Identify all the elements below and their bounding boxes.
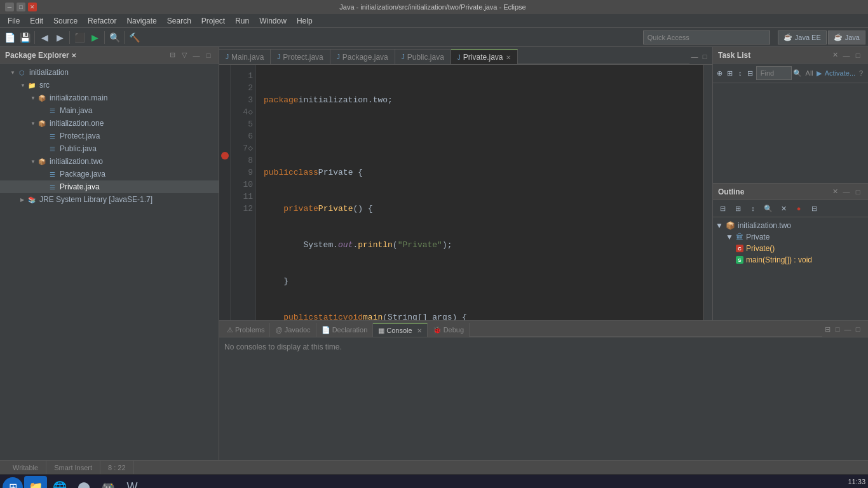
editor-max-btn[interactable]: □ — [700, 51, 710, 62]
taskbar-explorer[interactable]: 📁 — [24, 476, 47, 489]
maximize-btn[interactable]: □ — [17, 3, 25, 11]
outline-item-package[interactable]: ▼ 📦 initialization.two — [713, 220, 868, 231]
tree-item-init-two[interactable]: ▼ 📦 initialization.two — [0, 155, 219, 168]
editor-min-btn[interactable]: — — [689, 51, 700, 62]
toolbar-back-btn[interactable]: ◀ — [37, 30, 51, 44]
menu-refactor[interactable]: Refactor — [83, 15, 121, 27]
toolbar-forward-btn[interactable]: ▶ — [53, 30, 67, 44]
tab-problems[interactable]: ⚠ Problems — [222, 323, 270, 337]
title-bar: ─ □ ✕ Java - initialization/src/initiali… — [0, 0, 868, 14]
toolbar-new-btn[interactable]: 📄 — [3, 30, 17, 44]
close-btn[interactable]: ✕ — [28, 3, 37, 11]
outline-btn-4[interactable]: 🔍 — [761, 201, 775, 215]
task-activate-btn[interactable]: ▶ — [815, 66, 824, 80]
task-find-icon[interactable]: 🔍 — [793, 66, 802, 80]
tab-declaration[interactable]: 📄 Declaration — [316, 323, 374, 337]
outline-btn-1[interactable]: ⊟ — [715, 201, 729, 215]
toolbar-build-btn[interactable]: 🔨 — [127, 30, 141, 44]
outline-item-constructor[interactable]: C Private() — [713, 243, 868, 254]
menu-project[interactable]: Project — [196, 15, 230, 27]
tab-public-java[interactable]: J Public.java — [395, 49, 451, 64]
toolbar-save-btn[interactable]: 💾 — [18, 30, 32, 44]
console-min-btn[interactable]: — — [843, 324, 853, 334]
menu-window[interactable]: Window — [254, 15, 292, 27]
tab-console-label: Console — [386, 327, 412, 334]
outline-item-class[interactable]: ▼ 🏛 Private — [713, 231, 868, 243]
task-close-btn[interactable]: ✕ — [830, 50, 840, 60]
task-sort-btn[interactable]: ↕ — [736, 66, 745, 80]
editor-scrollbar[interactable] — [703, 65, 712, 320]
tree-item-protect-java[interactable]: ▶ ☰ Protect.java — [0, 130, 219, 142]
taskbar-word[interactable]: W — [121, 476, 144, 489]
menu-source[interactable]: Source — [48, 15, 83, 27]
perspective-java[interactable]: ☕ Java — [828, 30, 865, 44]
tab-close-console[interactable]: ✕ — [417, 327, 422, 334]
outline-btn-7[interactable]: ⊟ — [807, 201, 821, 215]
outline-btn-3[interactable]: ↕ — [746, 201, 760, 215]
quick-access-input[interactable]: Quick Access — [643, 30, 770, 44]
start-button[interactable]: ⊞ — [3, 477, 23, 489]
toolbar-debug-btn[interactable]: ⬛ — [72, 30, 86, 44]
tree-item-initialization[interactable]: ▼ ⬡ initialization — [0, 66, 219, 79]
tab-main-java[interactable]: J Main.java — [219, 49, 271, 64]
pe-menu-btn[interactable]: ▽ — [179, 50, 189, 60]
tab-package-java[interactable]: J Package.java — [330, 49, 395, 64]
menu-help[interactable]: Help — [292, 15, 318, 27]
task-help-btn[interactable]: ? — [857, 66, 865, 80]
menu-edit[interactable]: Edit — [25, 15, 48, 27]
tree-item-jre[interactable]: ▶ 📚 JRE System Library [JavaSE-1.7] — [0, 193, 219, 206]
tab-javadoc[interactable]: @ Javadoc — [270, 323, 316, 337]
code-content[interactable]: package initialization.two; public class… — [256, 65, 703, 320]
tree-item-init-one[interactable]: ▼ 📦 initialization.one — [0, 117, 219, 130]
tab-protect-java[interactable]: J Protect.java — [271, 49, 330, 64]
pe-collapse-btn[interactable]: ⊟ — [167, 50, 177, 60]
menu-run[interactable]: Run — [230, 15, 254, 27]
tab-private-java[interactable]: J Private.java ✕ — [451, 49, 518, 64]
menu-navigate[interactable]: Navigate — [121, 15, 161, 27]
tree-item-package-java[interactable]: ▶ ☰ Package.java — [0, 168, 219, 180]
console-max-btn[interactable]: □ — [853, 324, 863, 334]
tree-item-private-java[interactable]: ▶ ☰ Private.java — [0, 180, 219, 193]
tab-label-main: Main.java — [231, 53, 264, 62]
outline-max-btn[interactable]: □ — [853, 187, 863, 197]
editor-tabs: J Main.java J Protect.java J Package.jav… — [219, 47, 712, 65]
tab-debug[interactable]: 🐞 Debug — [428, 323, 470, 337]
game-icon: 🎮 — [101, 480, 115, 489]
task-filter-btn[interactable]: ⊞ — [726, 66, 735, 80]
tree-item-init-main[interactable]: ▼ 📦 initialization.main — [0, 92, 219, 104]
toolbar-run-btn[interactable]: ▶ — [88, 30, 102, 44]
outline-close-btn[interactable]: ✕ — [830, 187, 840, 197]
outline-item-main[interactable]: S main(String[]) : void — [713, 254, 868, 266]
menu-search[interactable]: Search — [162, 15, 196, 27]
taskbar-browser[interactable]: 🌐 — [48, 476, 71, 489]
tree-item-public-java[interactable]: ▶ ☰ Public.java — [0, 142, 219, 155]
task-max-btn[interactable]: □ — [853, 50, 863, 60]
task-collapse-btn[interactable]: ⊟ — [746, 66, 755, 80]
tab-close-private[interactable]: ✕ — [506, 54, 511, 61]
taskbar-chrome[interactable]: ⬤ — [72, 476, 95, 489]
minimize-btn[interactable]: ─ — [5, 3, 14, 11]
menu-file[interactable]: File — [3, 15, 25, 27]
outline-min-btn[interactable]: — — [841, 187, 851, 197]
code-editor-area[interactable]: 1 2 3 4◇ 5 6 7◇ 8 9 10 11 12 packa — [219, 65, 712, 320]
outline-btn-5[interactable]: ✕ — [776, 201, 790, 215]
outline-btn-6[interactable]: ● — [792, 201, 806, 215]
console-toolbar-2[interactable]: □ — [832, 324, 843, 334]
tree-item-main-java[interactable]: ▶ ☰ Main.java — [0, 104, 219, 117]
package-explorer-tree: ▼ ⬡ initialization ▼ 📁 src ▼ 📦 initializ… — [0, 64, 219, 460]
pe-max-btn[interactable]: □ — [203, 50, 214, 60]
task-add-btn[interactable]: ⊕ — [715, 66, 724, 80]
perspective-javaee[interactable]: ☕ Java EE — [778, 30, 827, 44]
pe-min-btn[interactable]: — — [191, 50, 201, 60]
console-toolbar-1[interactable]: ⊟ — [822, 324, 832, 334]
task-min-btn[interactable]: — — [841, 50, 851, 60]
line-dec-2 — [219, 77, 230, 89]
ln-5: 5 — [233, 118, 253, 130]
expand-init-one: ▼ — [31, 121, 37, 126]
outline-btn-2[interactable]: ⊞ — [731, 201, 745, 215]
task-find-input[interactable]: Find — [756, 66, 792, 80]
taskbar-game[interactable]: 🎮 — [97, 476, 119, 489]
toolbar-search-btn[interactable]: 🔍 — [107, 30, 121, 44]
tab-console[interactable]: ▦ Console ✕ — [373, 323, 427, 337]
tree-item-src[interactable]: ▼ 📁 src — [0, 79, 219, 92]
